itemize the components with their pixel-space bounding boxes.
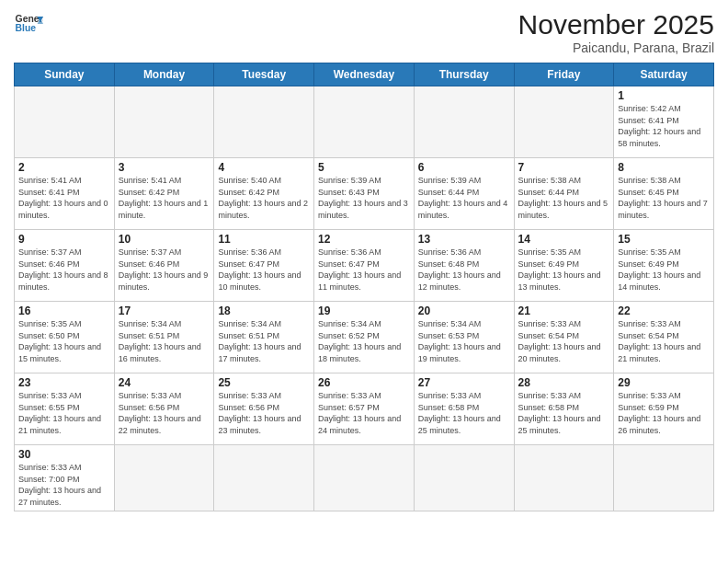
empty-cell bbox=[614, 445, 714, 511]
table-row: 19Sunrise: 5:34 AMSunset: 6:52 PMDayligh… bbox=[314, 302, 415, 373]
title-block: November 2025 Paicandu, Parana, Brazil bbox=[518, 9, 714, 55]
table-row bbox=[514, 86, 614, 158]
table-row: 14Sunrise: 5:35 AMSunset: 6:49 PMDayligh… bbox=[514, 230, 614, 302]
table-row: 3Sunrise: 5:41 AMSunset: 6:42 PMDaylight… bbox=[114, 158, 214, 230]
table-row: 30Sunrise: 5:33 AMSunset: 7:00 PMDayligh… bbox=[15, 445, 115, 511]
empty-cell bbox=[114, 445, 214, 511]
table-row: 15Sunrise: 5:35 AMSunset: 6:49 PMDayligh… bbox=[614, 230, 714, 302]
empty-cell bbox=[414, 445, 514, 511]
empty-cell bbox=[314, 445, 415, 511]
table-row: 17Sunrise: 5:34 AMSunset: 6:51 PMDayligh… bbox=[114, 302, 214, 373]
table-row: 16Sunrise: 5:35 AMSunset: 6:50 PMDayligh… bbox=[15, 302, 115, 373]
table-row: 13Sunrise: 5:36 AMSunset: 6:48 PMDayligh… bbox=[414, 230, 514, 302]
table-row: 2Sunrise: 5:41 AMSunset: 6:41 PMDaylight… bbox=[15, 158, 115, 230]
calendar-week-row: 16Sunrise: 5:35 AMSunset: 6:50 PMDayligh… bbox=[15, 302, 714, 373]
calendar-week-row: 1Sunrise: 5:42 AMSunset: 6:41 PMDaylight… bbox=[15, 86, 714, 158]
header-saturday: Saturday bbox=[614, 63, 714, 86]
table-row: 8Sunrise: 5:38 AMSunset: 6:45 PMDaylight… bbox=[614, 158, 714, 230]
table-row: 12Sunrise: 5:36 AMSunset: 6:47 PMDayligh… bbox=[314, 230, 415, 302]
weekday-header-row: Sunday Monday Tuesday Wednesday Thursday… bbox=[15, 63, 714, 86]
table-row: 24Sunrise: 5:33 AMSunset: 6:56 PMDayligh… bbox=[114, 373, 214, 445]
table-row: 22Sunrise: 5:33 AMSunset: 6:54 PMDayligh… bbox=[614, 302, 714, 373]
table-row: 26Sunrise: 5:33 AMSunset: 6:57 PMDayligh… bbox=[314, 373, 415, 445]
subtitle: Paicandu, Parana, Brazil bbox=[518, 40, 714, 55]
table-row bbox=[214, 86, 314, 158]
table-row bbox=[314, 86, 415, 158]
table-row bbox=[414, 86, 514, 158]
table-row: 20Sunrise: 5:34 AMSunset: 6:53 PMDayligh… bbox=[414, 302, 514, 373]
empty-cell bbox=[514, 445, 614, 511]
logo: General Blue bbox=[14, 9, 43, 39]
table-row: 27Sunrise: 5:33 AMSunset: 6:58 PMDayligh… bbox=[414, 373, 514, 445]
table-row bbox=[114, 86, 214, 158]
table-row bbox=[15, 86, 115, 158]
table-row: 7Sunrise: 5:38 AMSunset: 6:44 PMDaylight… bbox=[514, 158, 614, 230]
table-row: 9Sunrise: 5:37 AMSunset: 6:46 PMDaylight… bbox=[15, 230, 115, 302]
table-row: 11Sunrise: 5:36 AMSunset: 6:47 PMDayligh… bbox=[214, 230, 314, 302]
header: General Blue November 2025 Paicandu, Par… bbox=[14, 9, 714, 55]
calendar-week-row: 2Sunrise: 5:41 AMSunset: 6:41 PMDaylight… bbox=[15, 158, 714, 230]
table-row: 29Sunrise: 5:33 AMSunset: 6:59 PMDayligh… bbox=[614, 373, 714, 445]
table-row: 21Sunrise: 5:33 AMSunset: 6:54 PMDayligh… bbox=[514, 302, 614, 373]
calendar-week-row: 9Sunrise: 5:37 AMSunset: 6:46 PMDaylight… bbox=[15, 230, 714, 302]
header-friday: Friday bbox=[514, 63, 614, 86]
month-title: November 2025 bbox=[518, 9, 714, 40]
header-wednesday: Wednesday bbox=[314, 63, 415, 86]
header-monday: Monday bbox=[114, 63, 214, 86]
table-row: 23Sunrise: 5:33 AMSunset: 6:55 PMDayligh… bbox=[15, 373, 115, 445]
empty-cell bbox=[214, 445, 314, 511]
calendar: Sunday Monday Tuesday Wednesday Thursday… bbox=[14, 63, 714, 511]
svg-text:Blue: Blue bbox=[16, 23, 37, 33]
table-row: 6Sunrise: 5:39 AMSunset: 6:44 PMDaylight… bbox=[414, 158, 514, 230]
calendar-week-row: 23Sunrise: 5:33 AMSunset: 6:55 PMDayligh… bbox=[15, 373, 714, 445]
table-row: 28Sunrise: 5:33 AMSunset: 6:58 PMDayligh… bbox=[514, 373, 614, 445]
table-row: 25Sunrise: 5:33 AMSunset: 6:56 PMDayligh… bbox=[214, 373, 314, 445]
logo-icon: General Blue bbox=[14, 9, 43, 39]
header-tuesday: Tuesday bbox=[214, 63, 314, 86]
header-sunday: Sunday bbox=[15, 63, 115, 86]
page: General Blue November 2025 Paicandu, Par… bbox=[0, 0, 728, 563]
table-row: 18Sunrise: 5:34 AMSunset: 6:51 PMDayligh… bbox=[214, 302, 314, 373]
table-row: 4Sunrise: 5:40 AMSunset: 6:42 PMDaylight… bbox=[214, 158, 314, 230]
table-row: 1Sunrise: 5:42 AMSunset: 6:41 PMDaylight… bbox=[614, 86, 714, 158]
header-thursday: Thursday bbox=[414, 63, 514, 86]
calendar-week-row: 30Sunrise: 5:33 AMSunset: 7:00 PMDayligh… bbox=[15, 445, 714, 511]
table-row: 10Sunrise: 5:37 AMSunset: 6:46 PMDayligh… bbox=[114, 230, 214, 302]
table-row: 5Sunrise: 5:39 AMSunset: 6:43 PMDaylight… bbox=[314, 158, 415, 230]
